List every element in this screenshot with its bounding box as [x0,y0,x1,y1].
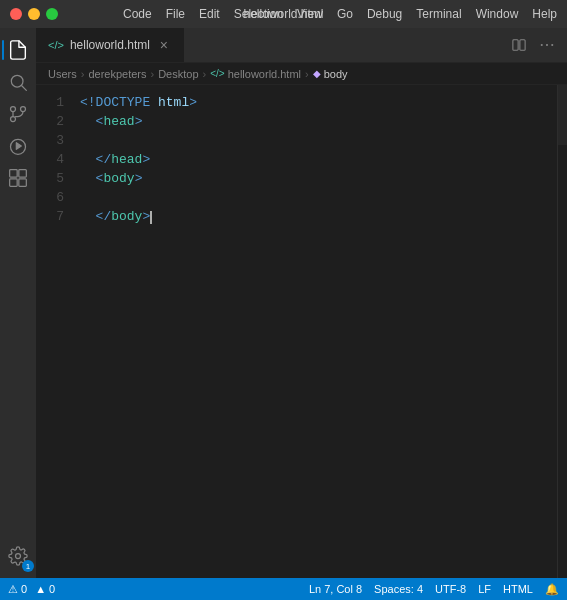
editor-area: </> helloworld.html × [36,28,567,578]
encoding-text: UTF-8 [435,583,466,595]
svg-point-0 [11,75,23,87]
tab-helloworld[interactable]: </> helloworld.html × [36,28,184,62]
svg-line-1 [22,86,27,91]
line-numbers: 1 2 3 4 5 6 7 [36,85,76,578]
svg-rect-8 [10,179,18,187]
svg-point-13 [541,44,543,46]
title-bar: Code File Edit Selection View Go Debug T… [0,0,567,28]
minimap-slider [558,85,567,145]
warning-count: 0 [49,583,55,595]
traffic-lights [10,8,58,20]
line-ending[interactable]: LF [478,583,491,595]
code-line-4: </head> [80,150,557,169]
split-editor-button[interactable] [507,33,531,57]
error-status[interactable]: ⚠ 0 [8,583,27,596]
line-ending-text: LF [478,583,491,595]
settings-badge: 1 [22,560,34,572]
svg-point-4 [21,107,26,112]
svg-point-15 [551,44,553,46]
breadcrumb-users[interactable]: Users [48,68,77,80]
maximize-button[interactable] [46,8,58,20]
status-bar: ⚠ 0 ▲ 0 Ln 7, Col 8 Spaces: 4 UTF-8 LF H… [0,578,567,600]
window-title: helloworld.html [243,7,323,21]
breadcrumb: Users › derekpeters › Desktop › </> hell… [36,63,567,85]
status-bar-right: Ln 7, Col 8 Spaces: 4 UTF-8 LF HTML 🔔 [309,583,559,596]
code-line-3 [80,131,557,150]
code-line-1: <!DOCTYPE html> [80,93,557,112]
code-editor[interactable]: 1 2 3 4 5 6 7 <!DOCTYPE html> <head> </h… [36,85,567,578]
svg-point-14 [546,44,548,46]
error-icon: ⚠ [8,583,18,596]
source-control-icon[interactable] [4,100,32,128]
activity-bar-bottom: 1 [4,542,32,570]
menu-code[interactable]: Code [123,7,152,21]
encoding[interactable]: UTF-8 [435,583,466,595]
menu-go[interactable]: Go [337,7,353,21]
code-line-2: <head> [80,112,557,131]
tab-bar: </> helloworld.html × [36,28,567,63]
breadcrumb-body[interactable]: ◆ body [313,68,348,80]
svg-rect-11 [513,40,518,51]
activity-bar: 1 [0,28,36,578]
error-count: 0 [21,583,27,595]
spaces-text: Spaces: 4 [374,583,423,595]
code-line-7: </body> [80,207,557,226]
code-line-6 [80,188,557,207]
minimap[interactable] [557,85,567,578]
close-button[interactable] [10,8,22,20]
files-icon[interactable] [4,36,32,64]
tab-label: helloworld.html [70,38,150,52]
tab-actions [507,28,567,62]
debug-icon[interactable] [4,132,32,160]
menu-help[interactable]: Help [532,7,557,21]
position-text: Ln 7, Col 8 [309,583,362,595]
menu-bar: Code File Edit Selection View Go Debug T… [123,7,557,21]
menu-file[interactable]: File [166,7,185,21]
code-content[interactable]: <!DOCTYPE html> <head> </head> <body> </… [76,85,557,578]
main-container: 1 </> helloworld.html × [0,28,567,578]
language-text: HTML [503,583,533,595]
more-actions-button[interactable] [535,33,559,57]
svg-rect-9 [19,179,27,187]
svg-point-10 [16,554,21,559]
extensions-icon[interactable] [4,164,32,192]
menu-terminal[interactable]: Terminal [416,7,461,21]
language-mode[interactable]: HTML [503,583,533,595]
warning-status[interactable]: ▲ 0 [35,583,55,595]
settings-icon[interactable]: 1 [4,542,32,570]
svg-rect-12 [520,40,525,51]
minimize-button[interactable] [28,8,40,20]
tab-close-button[interactable]: × [156,37,172,53]
svg-rect-6 [10,170,18,178]
indentation[interactable]: Spaces: 4 [374,583,423,595]
search-icon[interactable] [4,68,32,96]
menu-debug[interactable]: Debug [367,7,402,21]
svg-rect-7 [19,170,27,178]
svg-point-2 [11,107,16,112]
svg-marker-5 [16,143,21,150]
notifications-icon[interactable]: 🔔 [545,583,559,596]
svg-point-3 [11,117,16,122]
breadcrumb-user[interactable]: derekpeters [88,68,146,80]
code-line-5: <body> [80,169,557,188]
menu-window[interactable]: Window [476,7,519,21]
warning-icon: ▲ [35,583,46,595]
status-bar-left: ⚠ 0 ▲ 0 [8,583,55,596]
breadcrumb-desktop[interactable]: Desktop [158,68,198,80]
menu-edit[interactable]: Edit [199,7,220,21]
cursor-position[interactable]: Ln 7, Col 8 [309,583,362,595]
breadcrumb-file[interactable]: </> helloworld.html [210,68,301,80]
